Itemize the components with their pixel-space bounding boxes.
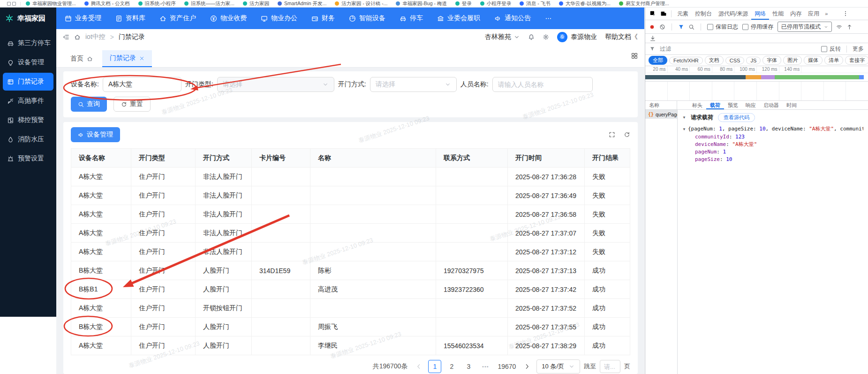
fullscreen-icon[interactable] <box>609 131 615 138</box>
devtools-tab[interactable]: 控制台 <box>692 8 715 20</box>
payload-preview-line[interactable]: ▼{pageNum: 1, pageSize: 10, deviceName: … <box>682 125 863 133</box>
nav-item[interactable]: 物业收费 <box>210 14 247 23</box>
devtools-tab[interactable]: 性能 <box>769 8 787 20</box>
reset-button[interactable]: 重置 <box>113 97 151 112</box>
menu-fold-icon[interactable] <box>63 34 69 40</box>
tab-grid-icon[interactable] <box>3 2 21 6</box>
table-row[interactable]: A栋大堂住户开门非法人脸开门2025-08-27 17:37:12失败 <box>71 243 630 261</box>
pagination-page[interactable]: 2 <box>445 360 458 373</box>
more-tabs-icon[interactable]: » <box>823 11 830 16</box>
home-icon[interactable] <box>74 34 81 40</box>
export-har-icon[interactable] <box>846 24 853 30</box>
browser-tab[interactable]: 登录 <box>451 0 476 7</box>
gear-icon[interactable] <box>543 34 549 40</box>
browser-tab[interactable]: 活力家园 - 设计稿 -... <box>331 0 392 7</box>
request-detail-tab[interactable]: 响应 <box>742 101 760 109</box>
table-row[interactable]: A栋大堂住户开门非法人脸开门2025-08-27 17:36:28失败 <box>71 168 630 186</box>
request-row[interactable]: {}queryPage <box>645 110 677 119</box>
sidebar-item[interactable]: 门禁记录 <box>3 73 53 91</box>
brand-logo[interactable]: 幸福家园 <box>0 8 56 29</box>
help-doc-link[interactable]: 帮助文档《 <box>605 33 638 41</box>
record-icon[interactable] <box>649 24 655 30</box>
sidebar-item[interactable]: 消防水压 <box>3 130 53 148</box>
preserve-log-checkbox[interactable]: 保留日志 <box>707 23 738 31</box>
nav-item[interactable]: 资产住户 <box>159 14 196 23</box>
page-size-select[interactable]: 10 条/页 <box>536 359 580 374</box>
devtools-tab[interactable]: 内存 <box>787 8 805 20</box>
devtools-tab[interactable]: 应用 <box>805 8 823 20</box>
pagination-page[interactable]: 3 <box>462 360 475 373</box>
device-manage-button[interactable]: 设备管理 <box>71 127 120 142</box>
nav-item[interactable]: 智能设备 <box>349 14 385 23</box>
devtools-tab[interactable]: 元素 <box>674 8 692 20</box>
request-filter-chip[interactable]: 字体 <box>762 56 781 65</box>
close-request-icon[interactable] <box>677 102 688 108</box>
throttling-select[interactable]: 已停用节流模式 <box>777 22 832 32</box>
inspect-element-icon[interactable] <box>648 10 658 17</box>
open-method-select[interactable]: 请选择 <box>370 77 457 92</box>
table-row[interactable]: A栋大堂住户开门非法人脸开门2025-08-27 17:36:49失败 <box>71 186 630 205</box>
devtools-tab[interactable]: 源代码/来源 <box>715 8 751 20</box>
nav-item[interactable]: 通知公告 <box>494 14 531 23</box>
import-har-icon[interactable] <box>649 35 656 42</box>
browser-tab[interactable]: SmartAdmin 开发... <box>273 0 331 7</box>
nav-item[interactable]: 业委会履职 <box>437 14 480 23</box>
layout-grid-icon[interactable] <box>631 53 638 59</box>
sidebar-item[interactable]: 设备管理 <box>3 53 53 71</box>
pagination-page[interactable]: 19670 <box>496 360 518 373</box>
nav-item[interactable]: 财务 <box>311 14 335 23</box>
request-detail-tab[interactable]: 预览 <box>724 101 742 109</box>
collapse-triangle-icon[interactable]: ▼ <box>682 115 686 120</box>
request-filter-chip[interactable]: 图片 <box>783 56 802 65</box>
request-detail-tab[interactable]: 标头 <box>688 101 706 109</box>
sidebar-item[interactable]: 高抛事件 <box>3 92 53 110</box>
devtools-tab[interactable]: 网络 <box>751 8 769 20</box>
table-row[interactable]: B栋B1住户开门人脸开门高进茂139237223602025-08-27 17:… <box>71 280 630 299</box>
close-tab-icon[interactable] <box>139 55 144 61</box>
table-row[interactable]: B栋大堂住户开门人脸开门314D1E59陈彬192703279752025-08… <box>71 261 630 280</box>
table-row[interactable]: A栋大堂住户开门非法人脸开门2025-08-27 17:37:07失败 <box>71 224 630 243</box>
request-filter-chip[interactable]: 全部 <box>649 56 667 65</box>
browser-tab[interactable]: 旧系统-小程序 <box>134 0 181 7</box>
nav-item-more[interactable] <box>545 15 552 22</box>
prev-page-icon[interactable] <box>413 363 424 370</box>
kebab-menu-icon[interactable] <box>840 10 851 17</box>
requests-name-header[interactable]: 名称 <box>645 101 677 109</box>
request-filter-chip[interactable]: 文档 <box>705 56 724 65</box>
search-button[interactable]: 查询 <box>71 97 107 112</box>
request-detail-tab[interactable]: 载荷 <box>706 101 724 109</box>
request-detail-tab[interactable]: 启动器 <box>760 101 783 109</box>
sidebar-item[interactable]: 预警设置 <box>3 150 53 168</box>
network-conditions-icon[interactable] <box>836 24 842 30</box>
sidebar-item[interactable]: 梯控预警 <box>3 111 53 129</box>
page-tab[interactable]: 门禁记录 <box>102 50 152 67</box>
table-row[interactable]: B栋大堂住户开门人脸开门周振飞2025-08-27 17:37:55成功 <box>71 318 630 336</box>
nav-item[interactable]: 资料库 <box>115 14 145 23</box>
browser-tab[interactable]: 活力家园 <box>239 0 273 7</box>
pagination-page[interactable]: 1 <box>428 360 441 373</box>
sidebar-item[interactable]: 第三方停车 <box>3 34 53 52</box>
browser-tab[interactable]: 易宝支付商户管理... <box>615 0 673 7</box>
request-filter-chip[interactable]: 套接字 <box>845 56 868 65</box>
close-devtools-icon[interactable] <box>853 10 864 17</box>
invert-checkbox[interactable]: 反转 <box>821 45 841 53</box>
request-filter-chip[interactable]: Fetch/XHR <box>669 57 703 64</box>
browser-tab[interactable]: 幸福家园-Bug - 梅道 <box>392 0 451 7</box>
browser-tab[interactable]: 幸福家园物业管理... <box>22 0 80 7</box>
network-filter-input[interactable] <box>659 45 817 53</box>
browser-tab[interactable]: 腾讯文档 - 公文档 <box>80 0 134 7</box>
view-source-button[interactable]: 查看源代码 <box>718 113 755 122</box>
waterfall-area[interactable] <box>645 82 868 101</box>
search-icon[interactable] <box>688 24 694 30</box>
expand-triangle-icon[interactable]: ▼ <box>682 127 686 131</box>
request-filter-chip[interactable]: CSS <box>725 57 745 64</box>
request-filter-chip[interactable]: JS <box>746 57 761 64</box>
request-filter-chip[interactable]: 清单 <box>824 56 843 65</box>
clear-icon[interactable] <box>659 24 665 30</box>
open-type-select[interactable]: 请选择 <box>217 77 334 92</box>
refresh-icon[interactable] <box>624 131 630 138</box>
page-tab[interactable]: 首页 <box>63 50 100 67</box>
user-menu[interactable]: 泰 泰源物业 <box>557 32 597 42</box>
timeline-overview-bar[interactable] <box>645 73 868 82</box>
nav-item[interactable]: 业务受理 <box>65 14 101 23</box>
